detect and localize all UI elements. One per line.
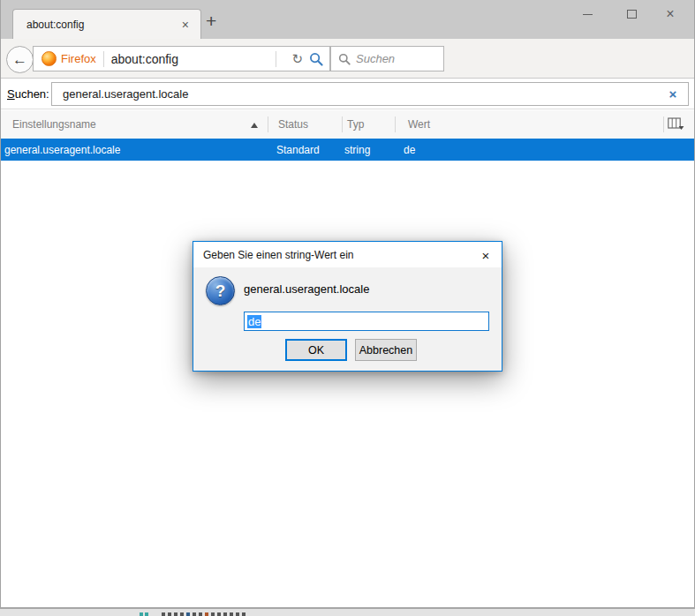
firefox-window: about:config × + × ← Firefox about:confi… bbox=[0, 0, 695, 616]
urlbar-separator bbox=[276, 51, 276, 67]
window-border-left bbox=[0, 0, 1, 609]
taskbar-icons-sliver bbox=[162, 612, 246, 616]
pref-row-selected[interactable]: general.useragent.locale Standard string… bbox=[0, 139, 695, 161]
ok-button[interactable]: OK bbox=[285, 339, 347, 361]
maximize-icon bbox=[627, 10, 637, 19]
string-value-dialog: Geben Sie einen string-Wert ein × ? gene… bbox=[193, 241, 502, 372]
taskbar-icon-sliver bbox=[205, 612, 208, 616]
search-input[interactable] bbox=[356, 52, 435, 65]
pref-type-cell: string bbox=[344, 139, 370, 161]
question-icon: ? bbox=[206, 276, 235, 305]
filter-input[interactable] bbox=[51, 82, 689, 106]
firefox-identity-icon bbox=[42, 51, 57, 66]
pref-value-cell: de bbox=[404, 139, 415, 161]
maximize-button[interactable] bbox=[618, 4, 645, 25]
column-picker-icon bbox=[668, 117, 685, 131]
selected-text: de bbox=[247, 315, 261, 328]
identity-label: Firefox bbox=[61, 52, 96, 65]
dialog-value-input[interactable]: de bbox=[244, 312, 489, 331]
url-bar[interactable]: Firefox about:config ↻ bbox=[33, 46, 330, 71]
column-header-name[interactable]: Einstellungsname bbox=[12, 110, 96, 139]
column-header-status[interactable]: Status bbox=[278, 110, 308, 139]
dialog-pref-name: general.useragent.locale bbox=[244, 282, 369, 296]
taskbar-sliver bbox=[0, 609, 695, 616]
filter-label: Suchen: bbox=[7, 79, 49, 109]
urlbar-separator bbox=[103, 51, 104, 67]
pref-status-cell: Standard bbox=[276, 139, 320, 161]
search-box[interactable] bbox=[330, 46, 444, 71]
config-filter-bar: Suchen: × bbox=[0, 79, 695, 109]
back-button[interactable]: ← bbox=[6, 46, 34, 73]
url-text[interactable]: about:config bbox=[111, 52, 269, 66]
close-window-button[interactable]: × bbox=[657, 4, 684, 25]
minimize-button[interactable] bbox=[574, 4, 601, 25]
column-header-type[interactable]: Typ bbox=[347, 110, 364, 139]
dialog-title: Geben Sie einen string-Wert ein bbox=[193, 242, 502, 267]
title-bar: about:config × + × bbox=[0, 0, 695, 39]
taskbar-icon-sliver bbox=[140, 612, 149, 616]
config-table-header: Einstellungsname Status Typ Wert bbox=[0, 110, 695, 139]
search-icon bbox=[338, 53, 351, 65]
column-picker-button[interactable] bbox=[668, 117, 685, 134]
reload-icon[interactable]: ↻ bbox=[291, 52, 303, 65]
navigation-toolbar: ← Firefox about:config ↻ bbox=[0, 39, 695, 79]
column-header-value[interactable]: Wert bbox=[408, 110, 430, 139]
clear-filter-icon[interactable]: × bbox=[663, 84, 683, 103]
taskbar-icon-sliver bbox=[186, 612, 190, 616]
minimize-icon bbox=[583, 14, 593, 15]
tab-close-icon[interactable]: × bbox=[179, 17, 192, 33]
urlbar-search-icon[interactable] bbox=[309, 52, 323, 66]
new-tab-button[interactable]: + bbox=[206, 11, 216, 30]
tab-title: about:config bbox=[26, 19, 179, 31]
tab-about-config[interactable]: about:config × bbox=[12, 9, 201, 39]
dialog-close-icon[interactable]: × bbox=[478, 247, 494, 263]
sort-ascending-icon bbox=[251, 123, 258, 128]
cancel-button[interactable]: Abbrechen bbox=[355, 339, 417, 361]
pref-name-cell: general.useragent.locale bbox=[4, 139, 120, 161]
